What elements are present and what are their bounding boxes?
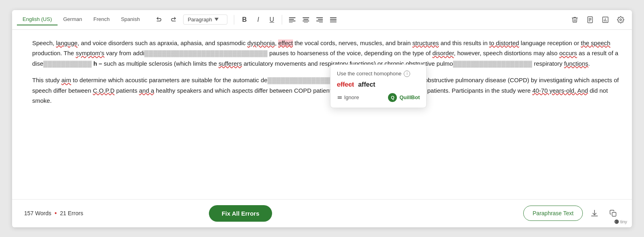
paragraph-2: This study aim to determine which acoust… [32, 75, 620, 106]
underline-button[interactable]: U [266, 14, 278, 26]
error-to-distorted[interactable]: to distorted [489, 40, 519, 46]
wrong-word[interactable]: effect [337, 81, 354, 88]
error-age-range[interactable]: 40-70 years-old. And [532, 87, 588, 94]
lang-tab-spanish[interactable]: Spanish [115, 14, 145, 25]
paraphrase-button[interactable]: Paraphrase Text [523, 206, 583, 221]
ignore-button[interactable]: Ignore [337, 94, 359, 100]
lang-tab-german[interactable]: German [58, 14, 88, 25]
quillbot-logo: Q [388, 93, 397, 102]
separator-dot: • [54, 210, 57, 217]
align-left-button[interactable] [286, 14, 298, 26]
align-justify-button[interactable] [327, 14, 339, 26]
download-button[interactable] [588, 206, 601, 220]
fix-all-button[interactable]: Fix All Errors [209, 205, 272, 222]
svg-rect-29 [612, 212, 616, 216]
bold-button[interactable]: B [238, 14, 250, 26]
undo-button[interactable] [153, 14, 165, 26]
lang-tab-english[interactable]: English (US) [17, 14, 58, 25]
lang-tab-french[interactable]: French [88, 14, 115, 25]
error-disorder[interactable]: disorder [432, 50, 454, 56]
footer: 157 Words • 21 Errors Fix All Errors Par… [12, 199, 632, 227]
redo-button[interactable] [167, 14, 179, 26]
word-count-label: 157 Words [24, 210, 51, 216]
error-structures[interactable]: structures [412, 40, 439, 46]
toolbar: English (US) German French Spanish Parag… [12, 10, 632, 30]
correct-word[interactable]: affect [358, 81, 376, 88]
content-area[interactable]: Speech, languge, and voice disorders suc… [12, 30, 632, 199]
align-center-button[interactable] [300, 14, 312, 26]
homophone-popup: Use the correct homophone i effect affec… [330, 64, 427, 108]
chart-button[interactable] [599, 13, 612, 26]
error-the-speech[interactable]: the speech [581, 40, 610, 46]
suggestions-row: effect affect [337, 81, 420, 88]
popup-header: Use the correct homophone i [337, 71, 420, 77]
error-languge[interactable]: languge [56, 40, 77, 46]
tiny-logo: t tiny [614, 219, 627, 224]
toolbar-right [568, 13, 627, 26]
paragraph-1: Speech, languge, and voice disorders suc… [32, 38, 620, 69]
error-and-a[interactable]: and a [139, 87, 154, 94]
editor-container: English (US) German French Spanish Parag… [12, 10, 632, 227]
toolbar-divider-2 [282, 15, 282, 25]
toolbar-divider-1 [234, 15, 234, 25]
svg-marker-0 [215, 18, 219, 21]
doc-button[interactable] [584, 13, 597, 26]
footer-right: Paraphrase Text [523, 206, 620, 221]
error-occurs[interactable]: occurs [559, 50, 577, 56]
error-count-label: 21 Errors [60, 210, 83, 216]
popup-actions: Ignore Q QuillBot [337, 93, 420, 102]
error-functions[interactable]: functions [564, 60, 588, 67]
svg-point-25 [620, 19, 622, 21]
word-count: 157 Words • 21 Errors [24, 210, 83, 217]
italic-button[interactable]: I [252, 14, 264, 26]
error-effect[interactable]: effect [278, 40, 293, 46]
language-tabs: English (US) German French Spanish [17, 14, 145, 25]
paragraph-select[interactable]: Paragraph [183, 15, 227, 25]
error-symptoms[interactable]: symptom's [76, 50, 104, 56]
error-sufferers[interactable]: sufferers [219, 60, 242, 67]
align-right-button[interactable] [314, 14, 326, 26]
error-dysphonia[interactable]: dysphonia [248, 40, 275, 46]
quillbot-button[interactable]: Q QuillBot [388, 93, 420, 102]
error-aim[interactable]: aim [62, 77, 71, 83]
error-copd[interactable]: C.O.P.D [93, 87, 115, 94]
info-icon[interactable]: i [404, 71, 410, 77]
settings-button[interactable] [614, 13, 627, 26]
copy-button[interactable] [606, 206, 620, 220]
delete-button[interactable] [568, 13, 581, 26]
